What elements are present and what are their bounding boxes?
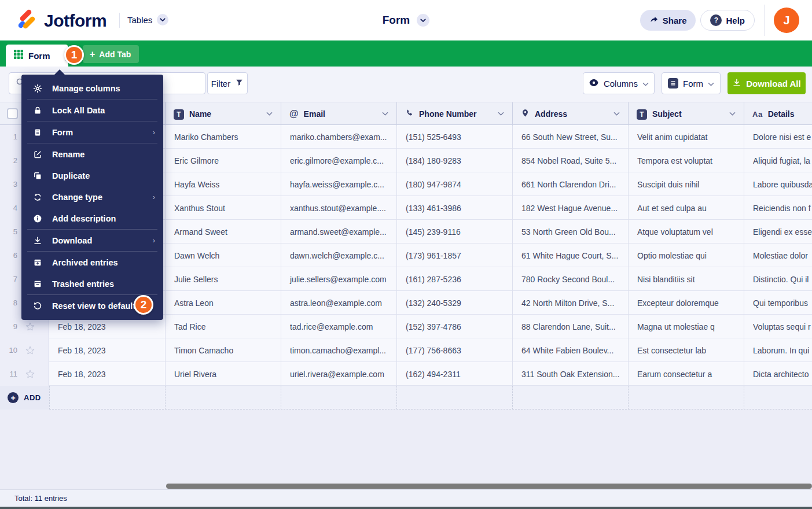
cell-subject[interactable]: Aut et sed culpa au — [628, 196, 744, 220]
star-icon[interactable] — [25, 322, 35, 332]
download-all-button[interactable]: Download All — [728, 72, 806, 94]
chevron-down-icon[interactable] — [266, 112, 273, 116]
cell-phone[interactable]: (177) 756-8663 — [396, 338, 512, 362]
cell-subject[interactable]: Nisi blanditiis sit — [628, 267, 744, 291]
cell-details[interactable]: Molestiae dolor — [744, 244, 812, 267]
filter-button[interactable]: Filter — [207, 72, 248, 94]
menu-item-rename[interactable]: Rename — [21, 143, 163, 165]
column-header-phone-number[interactable]: Phone Number — [396, 102, 512, 126]
title-chevron-down-icon[interactable] — [417, 14, 429, 27]
cell-email[interactable]: eric.gilmore@example.c... — [281, 149, 396, 172]
cell-subject[interactable]: Excepteur doloremque — [628, 291, 744, 315]
cell-name[interactable]: Hayfa Weiss — [165, 172, 281, 196]
cell-details[interactable]: Voluptas sequi r — [744, 315, 812, 338]
cell-email[interactable]: dawn.welch@example.c... — [281, 244, 396, 267]
cell-address[interactable]: 182 West Hague Avenue... — [512, 196, 628, 220]
cell-phone[interactable]: (133) 461-3986 — [396, 196, 512, 220]
menu-item-lock-all-data[interactable]: Lock All Data — [21, 99, 163, 121]
cell-details[interactable]: Reiciendis non f — [744, 196, 812, 220]
cell-subject[interactable]: Est consectetur lab — [628, 338, 744, 362]
chevron-down-icon[interactable] — [157, 14, 168, 25]
cell-email[interactable]: armand.sweet@example... — [281, 220, 396, 244]
cell-details[interactable]: Qui temporibus — [744, 291, 812, 315]
jotform-logo[interactable]: Jotform — [15, 8, 106, 34]
help-button[interactable]: ? Help — [700, 10, 755, 31]
menu-item-add-description[interactable]: Add description — [21, 208, 163, 229]
cell-subject[interactable]: Earum consectetur a — [628, 362, 744, 386]
cell-name[interactable]: Tad Rice — [165, 315, 281, 338]
cell-address[interactable]: 53 North Green Old Bou... — [512, 220, 628, 244]
column-header-email[interactable]: @Email — [281, 102, 396, 126]
cell-name[interactable]: Eric Gilmore — [165, 149, 281, 172]
cell-address[interactable]: 854 Nobel Road, Suite 5... — [512, 149, 628, 172]
cell-name[interactable]: Timon Camacho — [165, 338, 281, 362]
cell-address[interactable]: 64 White Fabien Boulev... — [512, 338, 628, 362]
cell-email[interactable]: timon.camacho@exampl... — [281, 338, 396, 362]
cell-email[interactable]: hayfa.weiss@example.c... — [281, 172, 396, 196]
chevron-down-icon[interactable] — [498, 112, 504, 116]
row-number-cell[interactable]: 10 — [0, 338, 49, 362]
select-all-checkbox[interactable] — [7, 108, 18, 119]
share-button[interactable]: Share — [640, 10, 696, 31]
chevron-down-icon[interactable] — [729, 112, 736, 116]
row-number-cell[interactable]: 11 — [0, 362, 49, 386]
cell-name[interactable]: Dawn Welch — [165, 244, 281, 267]
form-view-button[interactable]: Form — [662, 72, 721, 94]
cell-name[interactable]: Astra Leon — [165, 291, 281, 315]
column-header-name[interactable]: TName — [165, 102, 281, 126]
cell-details[interactable]: Eligendi ex esse — [744, 220, 812, 244]
cell-name[interactable]: Xanthus Stout — [165, 196, 281, 220]
cell-details[interactable]: Dolore nisi est e — [744, 125, 812, 149]
chevron-down-icon[interactable] — [613, 112, 620, 116]
cell-phone[interactable]: (145) 239-9116 — [396, 220, 512, 244]
cell-email[interactable]: mariko.chambers@exam... — [281, 125, 396, 149]
cell-date[interactable]: Feb 18, 2023 — [49, 338, 165, 362]
cell-phone[interactable]: (184) 180-9283 — [396, 149, 512, 172]
cell-name[interactable]: Mariko Chambers — [165, 125, 281, 149]
cell-email[interactable]: astra.leon@example.com — [281, 291, 396, 315]
column-header-address[interactable]: Address — [512, 102, 628, 126]
cell-date[interactable]: Feb 18, 2023 — [49, 362, 165, 386]
cell-subject[interactable]: Velit anim cupidatat — [628, 125, 744, 149]
menu-item-manage-columns[interactable]: Manage columns — [21, 78, 163, 99]
cell-address[interactable]: 42 North Milton Drive, S... — [512, 291, 628, 315]
menu-item-download[interactable]: Download› — [21, 230, 163, 251]
tab-form[interactable]: Form — [6, 45, 68, 67]
cell-address[interactable]: 311 South Oak Extension... — [512, 362, 628, 386]
cell-phone[interactable]: (132) 240-5329 — [396, 291, 512, 315]
cell-subject[interactable]: Atque voluptatum vel — [628, 220, 744, 244]
cell-phone[interactable]: (152) 397-4786 — [396, 315, 512, 338]
cell-email[interactable]: uriel.rivera@example.com — [281, 362, 396, 386]
cell-subject[interactable]: Optio molestiae qui — [628, 244, 744, 267]
menu-item-change-type[interactable]: Change type› — [21, 186, 163, 208]
cell-subject[interactable]: Magna ut molestiae q — [628, 315, 744, 338]
menu-item-archived-entries[interactable]: Archived entries — [21, 252, 163, 273]
menu-item-trashed-entries[interactable]: Trashed entries — [21, 273, 163, 294]
horizontal-scrollbar-thumb[interactable] — [166, 484, 812, 489]
cell-subject[interactable]: Tempora est voluptat — [628, 149, 744, 172]
cell-name[interactable]: Julie Sellers — [165, 267, 281, 291]
column-header-subject[interactable]: TSubject — [628, 102, 744, 126]
chevron-down-icon[interactable] — [382, 112, 388, 116]
cell-phone[interactable]: (180) 947-9874 — [396, 172, 512, 196]
tables-nav-dropdown[interactable]: Tables — [127, 14, 168, 25]
cell-email[interactable]: tad.rice@example.com — [281, 315, 396, 338]
cell-phone[interactable]: (162) 494-2311 — [396, 362, 512, 386]
cell-details[interactable]: Laborum. In qui — [744, 338, 812, 362]
cell-phone[interactable]: (161) 287-5236 — [396, 267, 512, 291]
cell-details[interactable]: Labore quibusda — [744, 172, 812, 196]
cell-phone[interactable]: (173) 961-1857 — [396, 244, 512, 267]
star-icon[interactable] — [25, 345, 35, 356]
column-header-details[interactable]: AaDetails — [744, 102, 812, 126]
cell-address[interactable]: 61 White Hague Court, S... — [512, 244, 628, 267]
cell-subject[interactable]: Suscipit duis nihil — [628, 172, 744, 196]
cell-email[interactable]: xanthus.stout@example.... — [281, 196, 396, 220]
cell-details[interactable]: Aliquid fugiat, la — [744, 149, 812, 172]
cell-name[interactable]: Armand Sweet — [165, 220, 281, 244]
cell-address[interactable]: 88 Clarendon Lane, Suit... — [512, 315, 628, 338]
cell-address[interactable]: 66 South New Street, Su... — [512, 125, 628, 149]
cell-address[interactable]: 661 North Clarendon Dri... — [512, 172, 628, 196]
cell-details[interactable]: Distinctio. Qui il — [744, 267, 812, 291]
cell-name[interactable]: Uriel Rivera — [165, 362, 281, 386]
columns-button[interactable]: Columns — [583, 72, 655, 94]
